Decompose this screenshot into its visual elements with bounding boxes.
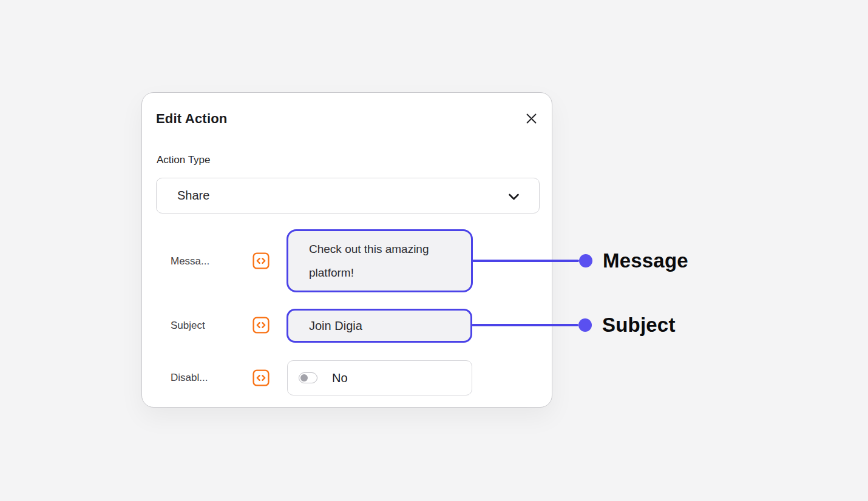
callout-dot	[578, 318, 592, 332]
message-value-field[interactable]: Check out this amazing platform!	[287, 229, 473, 292]
disable-value-field[interactable]: No	[287, 360, 472, 395]
code-brackets-icon[interactable]	[253, 317, 270, 334]
callout-message: Message	[472, 247, 688, 274]
disable-toggle-switch[interactable]	[299, 372, 317, 383]
action-type-selected-value: Share	[157, 189, 209, 203]
callout-dot	[579, 254, 592, 267]
callout-connector-line	[472, 260, 579, 262]
field-label-subject: Subject	[171, 320, 205, 332]
callout-label-message: Message	[603, 249, 688, 272]
subject-value-text: Join Digia	[288, 319, 362, 333]
close-icon	[525, 112, 538, 125]
callout-label-subject: Subject	[602, 314, 676, 337]
field-label-message: Messa...	[171, 255, 209, 267]
action-type-label: Action Type	[157, 154, 211, 166]
toggle-knob	[300, 374, 308, 382]
code-brackets-icon[interactable]	[253, 369, 270, 386]
callout-subject: Subject	[472, 312, 676, 338]
message-value-text: Check out this amazing platform!	[288, 237, 429, 284]
chevron-down-icon	[506, 189, 522, 205]
action-type-select[interactable]: Share	[156, 178, 540, 214]
disable-value-text: No	[332, 371, 348, 385]
subject-value-field[interactable]: Join Digia	[287, 309, 472, 343]
code-brackets-icon[interactable]	[253, 252, 270, 269]
page: { "colors":{ "accent":"#4b43e8", "dot":"…	[0, 0, 868, 501]
close-button[interactable]	[523, 110, 540, 127]
callout-connector-line	[472, 324, 578, 326]
dialog-title: Edit Action	[156, 111, 228, 127]
field-label-disable: Disabl...	[171, 372, 208, 384]
